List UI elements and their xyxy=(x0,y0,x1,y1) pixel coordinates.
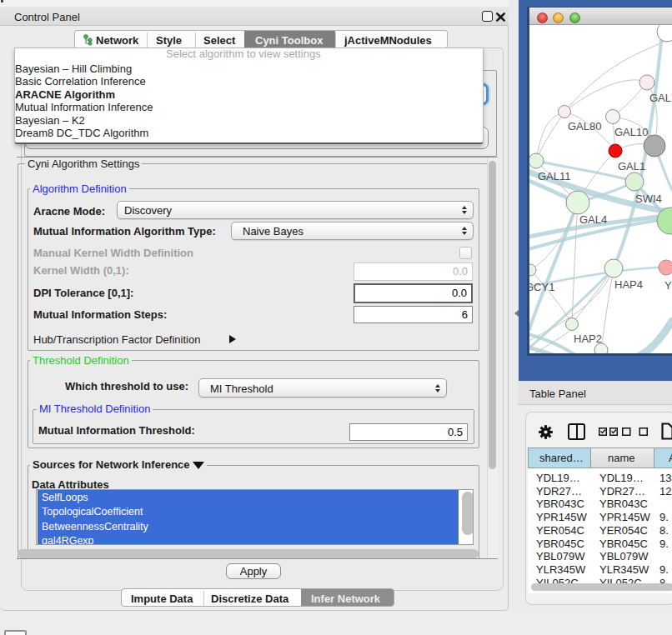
svg-text:GCY1: GCY1 xyxy=(529,281,554,293)
svg-text:GAL1: GAL1 xyxy=(618,160,645,172)
svg-text:HAP2: HAP2 xyxy=(574,332,602,345)
svg-text:GAL11: GAL11 xyxy=(538,170,571,182)
svg-text:SWI4: SWI4 xyxy=(635,192,662,205)
svg-text:GAL80: GAL80 xyxy=(568,120,601,132)
svg-text:GAL7: GAL7 xyxy=(649,92,672,104)
svg-text:HAP4: HAP4 xyxy=(614,278,643,291)
svg-text:GAL4: GAL4 xyxy=(579,213,607,226)
svg-text:GAL10: GAL10 xyxy=(614,126,648,138)
svg-text:Y: Y xyxy=(664,279,672,292)
